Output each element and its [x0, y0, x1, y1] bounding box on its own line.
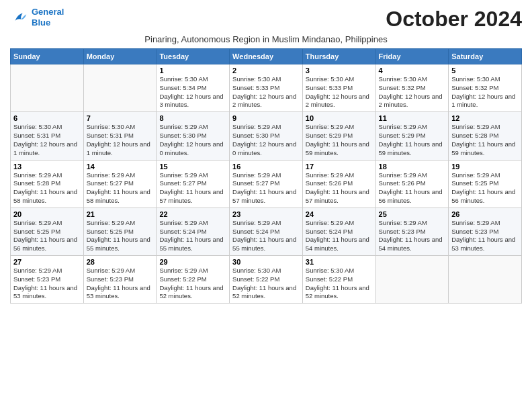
day-number: 26	[451, 210, 519, 218]
day-info: Sunrise: 5:29 AM Sunset: 5:23 PM Dayligh…	[451, 219, 519, 253]
calendar-week-row: 1Sunrise: 5:30 AM Sunset: 5:34 PM Daylig…	[11, 64, 522, 112]
day-info: Sunrise: 5:29 AM Sunset: 5:27 PM Dayligh…	[87, 171, 154, 205]
day-number: 9	[232, 114, 300, 122]
day-of-week-header: Saturday	[449, 49, 522, 64]
calendar-week-row: 13Sunrise: 5:29 AM Sunset: 5:28 PM Dayli…	[11, 160, 522, 208]
calendar-cell: 26Sunrise: 5:29 AM Sunset: 5:23 PM Dayli…	[449, 208, 522, 255]
day-number: 3	[306, 66, 373, 75]
calendar-table: SundayMondayTuesdayWednesdayThursdayFrid…	[10, 48, 522, 304]
calendar-cell: 8Sunrise: 5:29 AM Sunset: 5:30 PM Daylig…	[157, 112, 230, 160]
calendar-header-row: SundayMondayTuesdayWednesdayThursdayFrid…	[11, 49, 522, 64]
day-number: 2	[232, 66, 300, 75]
day-number: 31	[306, 258, 373, 266]
calendar-week-row: 20Sunrise: 5:29 AM Sunset: 5:25 PM Dayli…	[11, 208, 522, 255]
day-number: 6	[13, 114, 81, 122]
calendar-week-row: 6Sunrise: 5:30 AM Sunset: 5:31 PM Daylig…	[11, 112, 522, 160]
day-of-week-header: Tuesday	[157, 49, 230, 64]
day-info: Sunrise: 5:29 AM Sunset: 5:23 PM Dayligh…	[87, 267, 154, 301]
day-number: 13	[13, 163, 81, 171]
day-of-week-header: Friday	[375, 49, 449, 64]
calendar-cell: 24Sunrise: 5:29 AM Sunset: 5:24 PM Dayli…	[302, 208, 375, 255]
day-info: Sunrise: 5:29 AM Sunset: 5:24 PM Dayligh…	[232, 219, 300, 253]
calendar-cell	[449, 256, 522, 304]
day-info: Sunrise: 5:29 AM Sunset: 5:27 PM Dayligh…	[232, 171, 300, 205]
day-info: Sunrise: 5:30 AM Sunset: 5:33 PM Dayligh…	[306, 75, 373, 109]
day-of-week-header: Sunday	[11, 49, 84, 64]
calendar-cell: 19Sunrise: 5:29 AM Sunset: 5:25 PM Dayli…	[449, 160, 522, 208]
page-header: General Blue October 2024	[10, 7, 522, 32]
day-number: 24	[306, 210, 373, 218]
day-of-week-header: Wednesday	[230, 49, 303, 64]
calendar-cell: 22Sunrise: 5:29 AM Sunset: 5:24 PM Dayli…	[157, 208, 230, 255]
day-info: Sunrise: 5:29 AM Sunset: 5:29 PM Dayligh…	[379, 123, 446, 157]
calendar-cell: 21Sunrise: 5:29 AM Sunset: 5:25 PM Dayli…	[83, 208, 157, 255]
day-info: Sunrise: 5:30 AM Sunset: 5:32 PM Dayligh…	[451, 75, 519, 109]
calendar-cell	[375, 256, 449, 304]
calendar-cell: 9Sunrise: 5:29 AM Sunset: 5:30 PM Daylig…	[230, 112, 303, 160]
day-info: Sunrise: 5:29 AM Sunset: 5:24 PM Dayligh…	[306, 219, 373, 253]
logo: General Blue	[10, 7, 64, 28]
calendar-cell: 11Sunrise: 5:29 AM Sunset: 5:29 PM Dayli…	[375, 112, 449, 160]
day-of-week-header: Thursday	[302, 49, 375, 64]
day-number: 30	[232, 258, 300, 266]
calendar-cell: 2Sunrise: 5:30 AM Sunset: 5:33 PM Daylig…	[230, 64, 303, 112]
calendar-cell: 15Sunrise: 5:29 AM Sunset: 5:27 PM Dayli…	[157, 160, 230, 208]
day-info: Sunrise: 5:29 AM Sunset: 5:27 PM Dayligh…	[159, 171, 226, 205]
day-number: 4	[379, 66, 446, 75]
calendar-cell: 13Sunrise: 5:29 AM Sunset: 5:28 PM Dayli…	[11, 160, 84, 208]
day-info: Sunrise: 5:29 AM Sunset: 5:25 PM Dayligh…	[87, 219, 154, 253]
day-number: 11	[379, 114, 446, 122]
calendar-cell: 10Sunrise: 5:29 AM Sunset: 5:29 PM Dayli…	[302, 112, 375, 160]
day-number: 12	[451, 114, 519, 122]
calendar-cell: 4Sunrise: 5:30 AM Sunset: 5:32 PM Daylig…	[375, 64, 449, 112]
day-info: Sunrise: 5:30 AM Sunset: 5:22 PM Dayligh…	[306, 267, 373, 301]
day-number: 27	[13, 258, 81, 266]
day-info: Sunrise: 5:29 AM Sunset: 5:23 PM Dayligh…	[379, 219, 446, 253]
day-number: 16	[232, 163, 300, 171]
calendar-cell: 7Sunrise: 5:30 AM Sunset: 5:31 PM Daylig…	[83, 112, 157, 160]
calendar-cell: 6Sunrise: 5:30 AM Sunset: 5:31 PM Daylig…	[11, 112, 84, 160]
month-title: October 2024	[386, 7, 522, 32]
day-number: 29	[159, 258, 226, 266]
day-number: 25	[379, 210, 446, 218]
calendar-cell: 18Sunrise: 5:29 AM Sunset: 5:26 PM Dayli…	[375, 160, 449, 208]
day-of-week-header: Monday	[83, 49, 157, 64]
day-number: 17	[306, 163, 373, 171]
day-info: Sunrise: 5:29 AM Sunset: 5:24 PM Dayligh…	[159, 219, 226, 253]
calendar-cell: 16Sunrise: 5:29 AM Sunset: 5:27 PM Dayli…	[230, 160, 303, 208]
day-number: 8	[159, 114, 226, 122]
day-info: Sunrise: 5:29 AM Sunset: 5:28 PM Dayligh…	[451, 123, 519, 157]
calendar-cell: 3Sunrise: 5:30 AM Sunset: 5:33 PM Daylig…	[302, 64, 375, 112]
day-number: 15	[159, 163, 226, 171]
calendar-cell: 20Sunrise: 5:29 AM Sunset: 5:25 PM Dayli…	[11, 208, 84, 255]
day-info: Sunrise: 5:29 AM Sunset: 5:22 PM Dayligh…	[159, 267, 226, 301]
day-info: Sunrise: 5:30 AM Sunset: 5:31 PM Dayligh…	[13, 123, 81, 157]
day-info: Sunrise: 5:29 AM Sunset: 5:30 PM Dayligh…	[159, 123, 226, 157]
day-info: Sunrise: 5:30 AM Sunset: 5:32 PM Dayligh…	[379, 75, 446, 109]
day-number: 22	[159, 210, 226, 218]
calendar-cell	[11, 64, 84, 112]
calendar-cell: 25Sunrise: 5:29 AM Sunset: 5:23 PM Dayli…	[375, 208, 449, 255]
calendar-cell: 14Sunrise: 5:29 AM Sunset: 5:27 PM Dayli…	[83, 160, 157, 208]
calendar-cell: 29Sunrise: 5:29 AM Sunset: 5:22 PM Dayli…	[157, 256, 230, 304]
day-info: Sunrise: 5:29 AM Sunset: 5:26 PM Dayligh…	[306, 171, 373, 205]
day-info: Sunrise: 5:29 AM Sunset: 5:28 PM Dayligh…	[13, 171, 81, 205]
calendar-cell: 28Sunrise: 5:29 AM Sunset: 5:23 PM Dayli…	[83, 256, 157, 304]
calendar-cell	[83, 64, 157, 112]
calendar-body: 1Sunrise: 5:30 AM Sunset: 5:34 PM Daylig…	[11, 64, 522, 304]
day-number: 19	[451, 163, 519, 171]
day-info: Sunrise: 5:29 AM Sunset: 5:25 PM Dayligh…	[451, 171, 519, 205]
calendar-cell: 17Sunrise: 5:29 AM Sunset: 5:26 PM Dayli…	[302, 160, 375, 208]
calendar-cell: 23Sunrise: 5:29 AM Sunset: 5:24 PM Dayli…	[230, 208, 303, 255]
calendar-cell: 31Sunrise: 5:30 AM Sunset: 5:22 PM Dayli…	[302, 256, 375, 304]
day-info: Sunrise: 5:30 AM Sunset: 5:31 PM Dayligh…	[87, 123, 154, 157]
day-number: 23	[232, 210, 300, 218]
day-info: Sunrise: 5:29 AM Sunset: 5:29 PM Dayligh…	[306, 123, 373, 157]
day-info: Sunrise: 5:29 AM Sunset: 5:25 PM Dayligh…	[13, 219, 81, 253]
page-subtitle: Pinaring, Autonomous Region in Muslim Mi…	[10, 34, 522, 44]
calendar-week-row: 27Sunrise: 5:29 AM Sunset: 5:23 PM Dayli…	[11, 256, 522, 304]
day-number: 20	[13, 210, 81, 218]
day-number: 14	[87, 163, 154, 171]
day-number: 18	[379, 163, 446, 171]
calendar-cell: 1Sunrise: 5:30 AM Sunset: 5:34 PM Daylig…	[157, 64, 230, 112]
